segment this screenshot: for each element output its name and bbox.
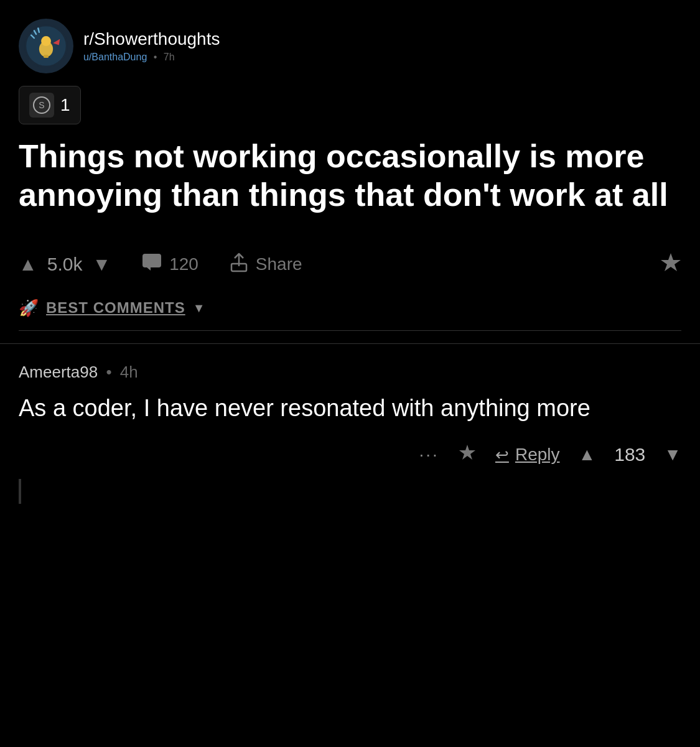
award-count: 1 (60, 95, 70, 115)
downvote-icon[interactable]: ▼ (92, 254, 111, 275)
comment-meta: Ameerta98 • 4h (19, 363, 681, 382)
svg-marker-15 (459, 445, 475, 460)
vote-count: 5.0k (47, 254, 83, 275)
post-container: r/Showerthoughts u/BanthaDung • 7h S 1 T… (0, 0, 700, 344)
comment-separator: • (106, 363, 116, 381)
comment-time: 4h (120, 363, 138, 381)
post-actions: ▲ 5.0k ▼ 120 Share (19, 252, 681, 277)
comment-actions: ··· ↩ Reply ▲ 183 ▼ (19, 443, 681, 466)
sort-label[interactable]: BEST COMMENTS (46, 299, 185, 317)
comment-bookmark-button[interactable] (458, 443, 477, 466)
award-row: S 1 (19, 86, 81, 124)
more-options-button[interactable]: ··· (419, 445, 439, 465)
svg-line-7 (38, 28, 39, 32)
share-button[interactable]: Share (230, 253, 302, 277)
comment-vote-count: 183 (614, 444, 645, 465)
comment-upvote-button[interactable]: ▲ (579, 445, 596, 465)
share-label: Share (256, 254, 302, 274)
user-time: u/BanthaDung • 7h (83, 52, 220, 63)
post-header: r/Showerthoughts u/BanthaDung • 7h (19, 19, 681, 73)
svg-rect-10 (142, 254, 161, 267)
comments-count: 120 (169, 254, 198, 274)
comment-icon (142, 253, 162, 276)
svg-text:S: S (39, 100, 44, 110)
avatar[interactable] (19, 19, 73, 73)
more-icon: ··· (419, 445, 439, 465)
commenter-username[interactable]: Ameerta98 (19, 363, 98, 381)
post-title: Things not working occasionally is more … (19, 137, 681, 215)
comment-star-icon (458, 443, 477, 466)
comment-thread-indicator (19, 479, 21, 504)
sort-arrow-icon[interactable]: ▼ (193, 301, 205, 315)
bookmark-button[interactable] (660, 252, 681, 277)
subreddit-name[interactable]: r/Showerthoughts (83, 29, 220, 49)
svg-marker-14 (661, 253, 681, 271)
comment-text: As a coder, I have never resonated with … (19, 392, 681, 425)
svg-marker-11 (147, 267, 151, 271)
post-time: 7h (164, 52, 175, 62)
share-icon (230, 253, 248, 277)
reply-label: Reply (515, 445, 560, 465)
comments-button[interactable]: 120 (142, 253, 198, 276)
rocket-icon: 🚀 (19, 299, 39, 318)
comment-section: Ameerta98 • 4h As a coder, I have never … (0, 344, 700, 479)
reply-button[interactable]: ↩ Reply (495, 445, 560, 465)
post-meta: r/Showerthoughts u/BanthaDung • 7h (83, 29, 220, 63)
svg-rect-3 (44, 55, 49, 58)
upvote-icon[interactable]: ▲ (19, 254, 37, 275)
award-icon: S (29, 93, 54, 118)
vote-section: ▲ 5.0k ▼ (19, 254, 111, 275)
star-icon (660, 252, 681, 277)
comment-downvote-icon: ▼ (664, 445, 681, 465)
comment-downvote-button[interactable]: ▼ (664, 445, 681, 465)
separator: • (154, 52, 157, 62)
reply-arrow-icon: ↩ (495, 445, 509, 465)
svg-point-4 (41, 36, 51, 46)
username[interactable]: u/BanthaDung (83, 52, 147, 62)
comment-upvote-icon: ▲ (579, 445, 596, 465)
comments-sort: 🚀 BEST COMMENTS ▼ (19, 292, 681, 331)
